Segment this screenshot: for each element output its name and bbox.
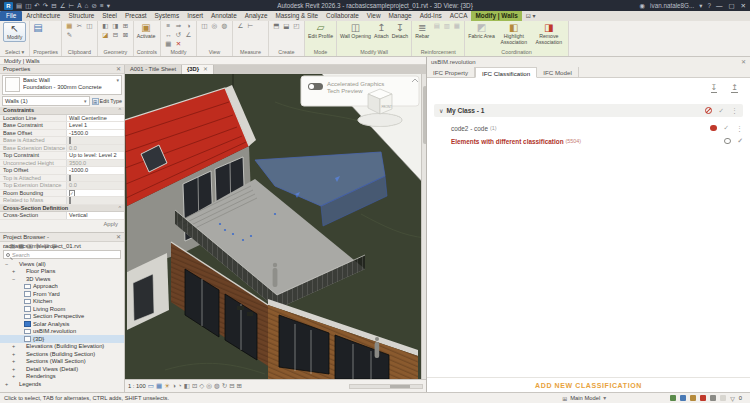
rebar-button[interactable]: ≣Rebar — [415, 22, 429, 40]
browser-item-from-yard[interactable]: From Yard — [0, 290, 124, 298]
view-templates-icon[interactable]: ◫ — [200, 22, 209, 30]
ribbon-tab-massing-site[interactable]: Massing & Site — [271, 11, 322, 21]
browser-item-section-perspective[interactable]: Section Perspective — [0, 313, 124, 321]
tree-expand-icon[interactable]: + — [10, 351, 17, 357]
browser-list-icon[interactable]: ▤ — [10, 242, 16, 250]
browser-item-renderings[interactable]: +Renderings — [0, 373, 124, 381]
browser-item-elevations-building-elevation-[interactable]: +Elevations (Building Elevation) — [0, 343, 124, 351]
print-icon[interactable]: ⊟ — [51, 0, 56, 11]
import-classification-icon[interactable]: ↧ — [711, 83, 718, 93]
ribbon-tab-file[interactable]: File — [0, 11, 22, 21]
horizontal-scrollbar[interactable] — [349, 384, 423, 389]
constraints-icon[interactable]: ⊟ — [229, 380, 234, 392]
tab-ifc-property[interactable]: IFC Property — [427, 67, 475, 77]
tree-expand-icon[interactable]: − — [3, 261, 10, 267]
browser-item-legends[interactable]: +Legends — [0, 380, 124, 388]
browser-item-floor-plans[interactable]: +Floor Plans — [0, 268, 124, 276]
property-value[interactable]: -1500.0 — [66, 130, 124, 137]
browser-item-kitchen[interactable]: Kitchen — [0, 298, 124, 306]
tree-expand-icon[interactable]: − — [10, 276, 17, 282]
classification-group-row[interactable]: ∨ My Class - 1 ✓ ⋮ — [434, 104, 743, 117]
property-value[interactable]: -1000.0 — [66, 167, 124, 174]
tree-expand-icon[interactable]: + — [10, 268, 17, 274]
ring-icon[interactable] — [724, 138, 731, 145]
edit-profile-button[interactable]: ▱Edit Profile — [308, 22, 333, 40]
color-dot-icon[interactable] — [710, 125, 717, 132]
hide-elements-icon[interactable] — [705, 107, 712, 114]
group-collapse-icon[interactable]: ^ — [118, 107, 124, 114]
browser-item-solar-analysis[interactable]: Solar Analysis — [0, 320, 124, 328]
ribbon-tab-modify-walls[interactable]: Modify | Walls — [471, 11, 521, 21]
offset-icon[interactable]: ⇒ — [174, 22, 183, 30]
browser-item-3d-views[interactable]: −3D Views — [0, 275, 124, 283]
delete-icon[interactable]: ✕ — [174, 40, 183, 48]
copy-icon[interactable]: ◫ — [85, 22, 94, 30]
fabric-area-button[interactable]: ◩Fabric Area — [468, 22, 495, 40]
undo-icon[interactable]: ↶ — [34, 0, 39, 11]
browser-item-living-room[interactable]: Living Room — [0, 305, 124, 313]
wall-opening-button[interactable]: ◫Wall Opening — [340, 22, 371, 40]
property-value[interactable]: Wall Centerline — [66, 115, 124, 122]
property-value[interactable]: ✓ — [66, 190, 124, 197]
workset-selector[interactable]: Main Model — [570, 395, 600, 401]
activate-controls-button[interactable]: ▣Activate — [137, 22, 155, 40]
ribbon-tab-view[interactable]: View — [363, 11, 385, 21]
element-filter-select[interactable]: Walls (1) ▾ — [2, 96, 90, 106]
exclude-options-icon[interactable] — [700, 395, 706, 401]
area-reinforcement-icon[interactable]: ▤ — [432, 22, 441, 30]
browser-home-icon[interactable]: ⌂ — [3, 242, 7, 250]
background-process-icon[interactable] — [720, 395, 726, 401]
rendering-icon[interactable]: ◔ — [178, 380, 182, 392]
property-value[interactable]: Level 1 — [66, 122, 124, 129]
usbim-close-icon[interactable]: ✕ — [741, 57, 746, 67]
browser-item-sections-building-section-[interactable]: +Sections (Building Section) — [0, 350, 124, 358]
crop-view-icon[interactable]: ◧ — [184, 380, 190, 392]
section-icon[interactable]: ⊘ — [91, 0, 96, 11]
checkbox[interactable]: ✓ — [69, 190, 75, 197]
save-icon[interactable]: ◫ — [25, 0, 31, 11]
demolish-icon[interactable]: ⊠ — [121, 31, 130, 39]
ribbon-tab-steel[interactable]: Steel — [98, 11, 121, 21]
browser-close-icon[interactable]: ✕ — [116, 233, 121, 241]
help-icon[interactable]: ? — [707, 2, 711, 9]
user-account[interactable]: ivan.natale8G... — [650, 2, 694, 9]
select-check-icon[interactable]: ✓ — [738, 137, 743, 145]
browser-item-detail-views-detail-[interactable]: +Detail Views (Detail) — [0, 365, 124, 373]
split-icon[interactable]: ⊟ — [111, 31, 120, 39]
ribbon-tab-manage[interactable]: Manage — [385, 11, 416, 21]
shadows-icon[interactable]: ◑ — [172, 380, 176, 392]
ribbon-tab-structure[interactable]: Structure — [64, 11, 98, 21]
array-icon[interactable]: ▦ — [164, 40, 173, 48]
editable-only-icon[interactable] — [670, 395, 676, 401]
view-tab-close-icon[interactable]: ✕ — [203, 66, 208, 72]
measure-tool-icon[interactable]: ∠ — [236, 22, 245, 30]
link-icon[interactable] — [680, 395, 686, 401]
tab-ifc-model[interactable]: IFC Model — [537, 67, 579, 77]
browser-item--3d-[interactable]: {3D} — [0, 335, 124, 343]
maximize-button[interactable]: ▢ — [728, 2, 734, 10]
property-value[interactable]: Vertical — [66, 212, 124, 219]
tree-expand-icon[interactable]: + — [10, 343, 17, 349]
apply-button[interactable]: Apply — [0, 220, 124, 228]
revit-logo-icon[interactable]: R — [4, 2, 13, 10]
modify-tool-button[interactable]: ↖Modify — [3, 22, 26, 42]
different-classification-row[interactable]: Elements with different classification (… — [451, 135, 743, 147]
worksharing-icon[interactable]: ⊞ — [237, 380, 242, 392]
export-classification-icon[interactable]: ↥ — [731, 83, 738, 93]
crop-region-icon[interactable]: ⊡ — [192, 380, 197, 392]
lock-view-icon[interactable]: ◇ — [199, 380, 204, 392]
add-new-classification-button[interactable]: ADD NEW CLASSIFICATION — [427, 377, 750, 392]
press-drag-icon[interactable] — [710, 395, 716, 401]
open-icon[interactable]: ▤ — [16, 0, 22, 11]
dimension-icon[interactable]: ⊢ — [246, 22, 255, 30]
ribbon-tab-architecture[interactable]: Architecture — [22, 11, 64, 21]
tree-expand-icon[interactable]: + — [10, 366, 17, 372]
highlight-association-button[interactable]: ◧Highlight Association — [498, 22, 530, 45]
aligned-dimension-icon[interactable]: ⊢ — [69, 0, 75, 11]
browser-item-views-all-[interactable]: −Views (all) — [0, 260, 124, 268]
classification-code-row[interactable]: code2 - code (1) ✓ ⋮ — [451, 122, 743, 134]
edit-type-button[interactable]: ⊞ Edit Type — [92, 98, 122, 105]
property-value[interactable]: Up to level: Level 2 — [66, 152, 124, 159]
close-button[interactable]: ✕ — [741, 2, 746, 10]
browser-item-approach[interactable]: Approach — [0, 283, 124, 291]
